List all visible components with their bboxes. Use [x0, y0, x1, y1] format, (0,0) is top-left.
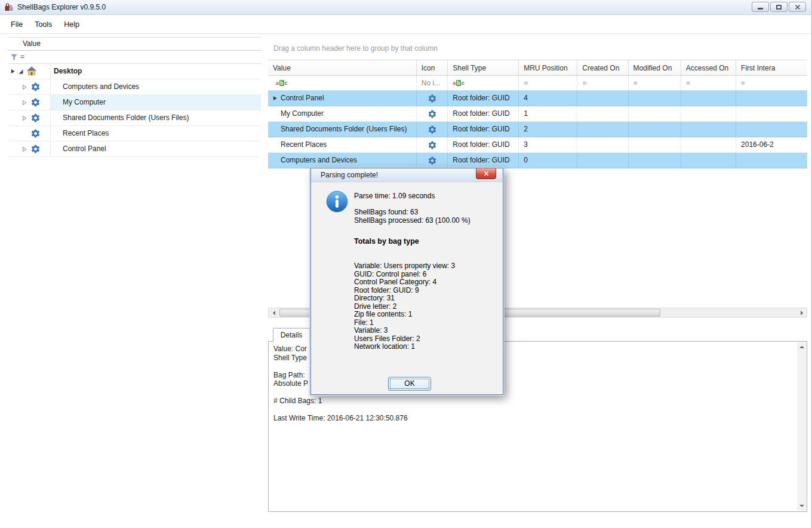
icon-cell [417, 153, 448, 168]
tree-item-shared-documents-folder[interactable]: Shared Documents Folder (Users Files) [8, 110, 261, 126]
menu-bar: File Tools Help [0, 15, 811, 34]
expand-expander-icon[interactable] [21, 115, 27, 121]
tree-item-control-panel[interactable]: Control Panel [8, 142, 261, 157]
dialog-close-button[interactable] [476, 168, 496, 179]
details-line: # Child Bags: 1 [273, 397, 793, 406]
dialog-stat-line [354, 201, 497, 209]
tree-item-computers-and-devices[interactable]: Computers and Devices [8, 79, 261, 95]
scroll-right-button[interactable] [796, 308, 807, 317]
totals-line: Users Files Folder: 2 [354, 335, 497, 343]
totals-heading: Totals by bag type [354, 237, 497, 246]
grid-row-recent-places[interactable]: Recent Places Root folder: GUID 3 2016-0… [268, 137, 807, 153]
mru-position-cell: 2 [519, 122, 577, 137]
scroll-down-button[interactable] [797, 501, 806, 511]
tree-item-my-computer[interactable]: My Computer [8, 95, 261, 110]
close-button[interactable] [789, 2, 806, 12]
grid-row-control-panel[interactable]: Control Panel Root folder: GUID 4 [268, 91, 807, 106]
filter-cell-icon[interactable]: No i... [417, 76, 448, 90]
shell-type-cell: Root folder: GUID [448, 91, 519, 106]
value-cell: Shared Documents Folder (Users Files) [268, 122, 417, 137]
expand-expander-icon[interactable] [21, 100, 27, 106]
totals-line: GUID: Control panel: 6 [354, 271, 497, 279]
maximize-icon [776, 5, 782, 10]
filter-funnel-icon [10, 53, 18, 61]
app-window: ShellBags Explorer v0.9.5.0 File Tools H… [0, 0, 812, 528]
icon-cell [417, 106, 448, 121]
grid-row-my-computer[interactable]: My Computer Root folder: GUID 1 [268, 106, 807, 122]
gear-icon [427, 125, 437, 134]
totals-line: Variable: 3 [354, 327, 497, 335]
accessed-on-cell [681, 106, 736, 121]
shell-type-cell: Root folder: GUID [448, 153, 519, 168]
mru-position-cell: 4 [519, 91, 577, 106]
first-interacted-cell [736, 153, 807, 168]
column-header-value[interactable]: Value [268, 60, 417, 75]
menu-item-tools[interactable]: Tools [29, 18, 58, 31]
filter-cell-created[interactable]: = [577, 76, 628, 90]
column-header-created-on[interactable]: Created On [577, 60, 628, 75]
created-on-cell [577, 153, 628, 168]
value-cell: Computers and Devices [268, 153, 417, 168]
scroll-left-button[interactable] [269, 308, 279, 317]
column-header-icon[interactable]: Icon [417, 60, 448, 75]
scroll-up-button[interactable] [797, 342, 806, 352]
equals-operator: = [633, 79, 638, 87]
accessed-on-cell [681, 153, 736, 168]
filter-cell-modified[interactable]: = [629, 76, 681, 90]
icon-filter-placeholder: No i... [422, 79, 440, 87]
vertical-scrollbar[interactable] [797, 342, 806, 511]
grid-row-computers-and-devices[interactable]: Computers and Devices Root folder: GUID … [268, 153, 807, 168]
filter-cell-shell-type[interactable]: abc [448, 76, 519, 90]
menu-item-help[interactable]: Help [58, 18, 85, 31]
shell-type-cell: Root folder: GUID [448, 106, 519, 121]
filter-cell-value[interactable]: abc [268, 76, 417, 90]
tree-item-label: Desktop [54, 64, 82, 79]
ok-button[interactable]: OK [388, 377, 431, 391]
gear-icon [427, 94, 437, 103]
expand-expander-icon[interactable] [21, 146, 27, 152]
gear-icon [427, 156, 437, 165]
details-line [273, 406, 793, 415]
icon-cell [417, 137, 448, 152]
column-header-first-interacted[interactable]: First Intera [736, 60, 807, 75]
grid-row-shared-documents-folder[interactable]: Shared Documents Folder (Users Files) Ro… [268, 122, 807, 137]
window-title: ShellBags Explorer v0.9.5.0 [17, 3, 106, 11]
column-header-accessed-on[interactable]: Accessed On [681, 60, 736, 75]
modified-on-cell [629, 153, 681, 168]
grid-header-row: Value Icon Shell Type MRU Position Creat… [268, 60, 807, 76]
tab-details[interactable]: Details [273, 328, 310, 342]
current-row-marker [272, 96, 278, 101]
filter-cell-accessed[interactable]: = [681, 76, 736, 90]
dialog-stat-line: ShellBags processed: 63 (100.00 %) [354, 217, 497, 225]
filter-cell-mru[interactable]: = [519, 76, 577, 90]
accessed-on-cell [681, 137, 736, 152]
column-header-modified-on[interactable]: Modified On [629, 60, 681, 75]
tree-filter-row[interactable]: = [8, 51, 261, 64]
expand-expander-icon[interactable] [21, 84, 27, 90]
tree-item-recent-places[interactable]: Recent Places [8, 126, 261, 142]
parsing-complete-dialog: Parsing complete! Parse time: 1.09 secon… [310, 168, 503, 395]
collapse-expander-icon[interactable] [18, 69, 24, 75]
maximize-button[interactable] [770, 2, 788, 12]
column-header-shell-type[interactable]: Shell Type [448, 60, 519, 75]
first-interacted-cell [736, 106, 807, 121]
column-header-mru-position[interactable]: MRU Position [519, 60, 577, 75]
minimize-button[interactable] [752, 2, 769, 12]
group-by-hint: Drag a column header here to group by th… [268, 37, 807, 60]
tree-item-label: Control Panel [63, 142, 106, 156]
totals-line: File: 1 [354, 319, 497, 327]
details-line: Last Write Time: 2016-06-21 12:30:50.876 [273, 414, 793, 423]
tree-column-header[interactable]: Value [8, 37, 261, 51]
totals-line: Root folder: GUID: 9 [354, 287, 497, 295]
equals-operator: = [686, 79, 690, 87]
equals-operator: = [524, 79, 528, 87]
icon-cell [417, 91, 448, 106]
value-cell: Recent Places [268, 137, 417, 152]
created-on-cell [577, 137, 628, 152]
tree-item-desktop[interactable]: Desktop [8, 64, 261, 79]
arrow-right-icon [801, 311, 805, 315]
menu-item-file[interactable]: File [5, 18, 29, 31]
arrow-down-icon [799, 505, 804, 509]
filter-cell-first[interactable]: = [736, 76, 807, 90]
gear-icon [30, 97, 41, 108]
